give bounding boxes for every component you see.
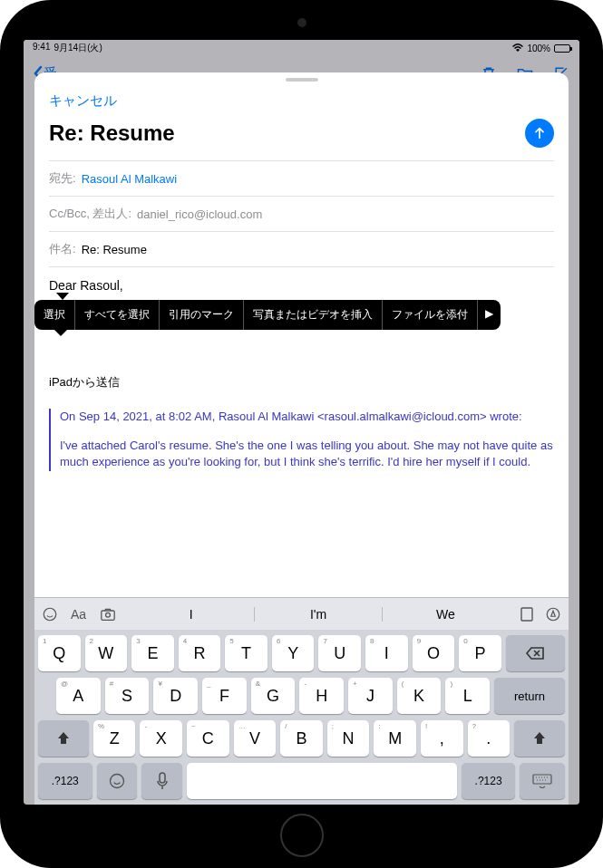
key-W[interactable]: 2W <box>85 635 128 671</box>
suggestion-1[interactable]: I <box>128 607 254 622</box>
key-B[interactable]: /B <box>280 720 323 757</box>
key-R[interactable]: 4R <box>179 635 221 671</box>
cancel-button[interactable]: キャンセル <box>49 92 117 110</box>
quoted-header: On Sep 14, 2021, at 8:02 AM, Rasoul Al M… <box>60 409 554 425</box>
svg-point-2 <box>106 612 111 617</box>
shift-key[interactable] <box>38 720 89 757</box>
cm-attach-file[interactable]: ファイルを添付 <box>383 300 478 330</box>
backspace-key[interactable] <box>506 635 565 671</box>
emoji-text-icon[interactable] <box>42 606 58 622</box>
key-U[interactable]: 7U <box>318 635 361 671</box>
subject-value: Re: Resume <box>82 243 147 256</box>
key-E[interactable]: 3E <box>131 635 174 671</box>
key-S[interactable]: #S <box>105 678 150 714</box>
cm-quote-mark[interactable]: 引用のマーク <box>160 300 244 330</box>
send-button[interactable] <box>525 119 554 148</box>
mic-key[interactable] <box>141 763 182 799</box>
to-field[interactable]: 宛先: Rasoul Al Malkawi <box>49 160 554 196</box>
draw-icon[interactable] <box>545 606 561 622</box>
key-H[interactable]: -H <box>299 678 344 714</box>
space-key[interactable] <box>187 763 457 799</box>
suggestion-3[interactable]: We <box>382 607 509 622</box>
key-Y[interactable]: 6Y <box>272 635 315 671</box>
hide-keyboard-key[interactable] <box>520 763 565 799</box>
to-value: Rasoul Al Malkawi <box>82 172 178 186</box>
camera-dot <box>297 18 306 27</box>
key-T[interactable]: 5T <box>225 635 267 671</box>
key-Q[interactable]: 1Q <box>38 635 81 671</box>
svg-rect-1 <box>102 611 114 620</box>
keyboard-keys: 1Q2W3E4R5T6Y7U8I9O0P @A#S¥D_F&G-H+J(K)Lr… <box>34 630 569 805</box>
shift-key[interactable] <box>514 720 565 757</box>
key-I[interactable]: 8I <box>365 635 408 671</box>
quoted-block: On Sep 14, 2021, at 8:02 AM, Rasoul Al M… <box>49 409 554 471</box>
cm-select[interactable]: 選択 <box>34 300 75 330</box>
sheet-grabber[interactable] <box>286 78 318 82</box>
cc-label: Cc/Bcc, 差出人: <box>49 206 131 222</box>
key-G[interactable]: &G <box>251 678 296 714</box>
key-F[interactable]: _F <box>202 678 247 714</box>
numkey-left[interactable]: .?123 <box>38 763 92 799</box>
compose-sheet: キャンセル Re: Resume 宛先: Rasoul Al Malkawi C… <box>34 72 569 805</box>
suggestion-2[interactable]: I'm <box>254 607 381 622</box>
key-Z[interactable]: %Z <box>93 720 136 757</box>
key-C[interactable]: ~C <box>187 720 229 757</box>
key-L[interactable]: )L <box>445 678 490 714</box>
key-M[interactable]: :M <box>374 720 416 757</box>
key-J[interactable]: +J <box>348 678 393 714</box>
cc-field[interactable]: Cc/Bcc, 差出人: daniel_rico@icloud.com <box>49 196 554 231</box>
to-label: 宛先: <box>49 170 76 187</box>
key-N[interactable]: ;N <box>327 720 370 757</box>
key-O[interactable]: 9O <box>413 635 455 671</box>
key-D[interactable]: ¥D <box>153 678 198 714</box>
cm-insert-photo-video[interactable]: 写真またはビデオを挿入 <box>244 300 383 330</box>
svg-rect-6 <box>160 773 165 783</box>
compose-title: Re: Resume <box>49 121 175 146</box>
key-.[interactable]: ?. <box>468 720 511 757</box>
screen: 9:41 9月14日(火) 100% 受 <box>24 40 579 805</box>
context-menu: 選択 すべてを選択 引用のマーク 写真またはビデオを挿入 ファイルを添付 ▶ <box>34 300 501 330</box>
home-button[interactable] <box>280 814 324 857</box>
numkey-right[interactable]: .?123 <box>462 763 516 799</box>
return-key[interactable]: return <box>494 678 565 714</box>
cc-value: daniel_rico@icloud.com <box>137 207 262 221</box>
key-,[interactable]: !, <box>421 720 463 757</box>
svg-rect-3 <box>521 608 532 621</box>
compose-body[interactable]: Dear Rasoul, 選択 すべてを選択 引用のマーク 写真またはビデオを挿… <box>34 267 569 597</box>
key-X[interactable]: -X <box>140 720 182 757</box>
key-K[interactable]: (K <box>397 678 442 714</box>
subject-label: 件名: <box>49 241 76 257</box>
svg-point-5 <box>110 775 123 788</box>
key-P[interactable]: 0P <box>459 635 501 671</box>
body-greeting: Dear Rasoul, <box>49 278 554 293</box>
key-V[interactable]: …V <box>234 720 277 757</box>
cm-select-all[interactable]: すべてを選択 <box>75 300 160 330</box>
quoted-body: I've attached Carol's resume. She's the … <box>60 438 554 470</box>
emoji-key[interactable] <box>97 763 138 799</box>
keyboard-toolbar: Aa I I'm We <box>34 597 569 630</box>
scan-icon[interactable] <box>520 606 534 622</box>
camera-icon[interactable] <box>99 607 117 622</box>
key-A[interactable]: @A <box>56 678 101 714</box>
ipad-frame: 9:41 9月14日(火) 100% 受 <box>0 0 603 868</box>
format-icon[interactable]: Aa <box>71 607 86 622</box>
svg-rect-7 <box>533 775 551 784</box>
signature: iPadから送信 <box>49 374 554 391</box>
subject-field[interactable]: 件名: Re: Resume <box>49 231 554 267</box>
svg-point-0 <box>44 608 56 621</box>
keyboard: Aa I I'm We 1Q2W3E4R5T6Y7U8I9O0P <box>34 597 569 805</box>
cm-more[interactable]: ▶ <box>478 300 501 330</box>
